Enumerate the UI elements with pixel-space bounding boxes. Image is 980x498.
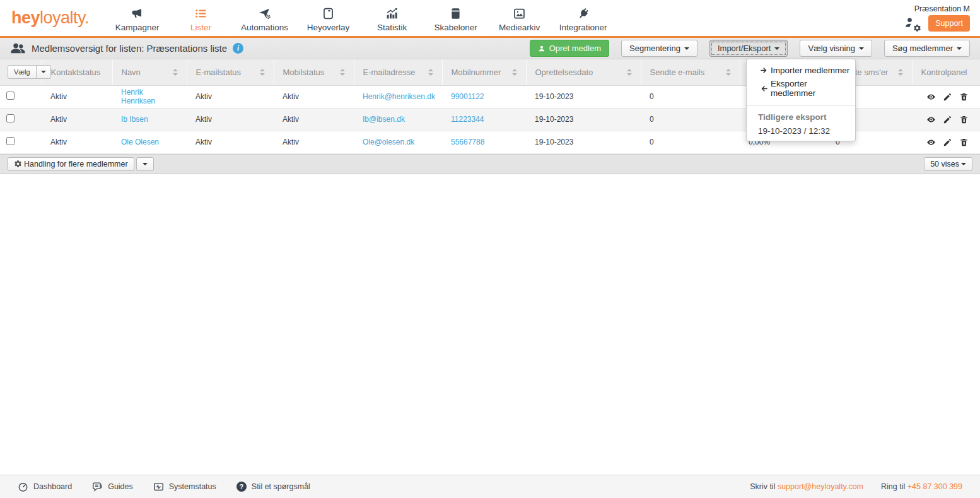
page-size-button[interactable]: 50 vises xyxy=(924,157,972,171)
bulk-action-caret-button[interactable] xyxy=(136,157,154,171)
support-phone-link[interactable]: +45 87 300 399 xyxy=(907,482,962,491)
footer-link-ask-question[interactable]: ? Stil et spørgsmål xyxy=(236,482,310,492)
column-header-mobilstatus[interactable]: Mobilstatus xyxy=(274,59,354,85)
sort-icons[interactable] xyxy=(726,69,731,76)
member-phone-link[interactable]: 99001122 xyxy=(451,92,484,101)
row-controls xyxy=(921,138,971,147)
member-name-link[interactable]: Henrik Henriksen xyxy=(121,88,155,105)
bulk-action-bar: Handling for flere medlemmer 50 vises xyxy=(0,154,980,174)
menu-item-export[interactable]: Eksporter medlemmer xyxy=(747,77,855,100)
bulk-action-button[interactable]: Handling for flere medlemmer xyxy=(8,157,134,171)
cell-sendte-emails: 0 xyxy=(641,108,740,131)
account-settings-icon[interactable] xyxy=(904,16,920,30)
column-header-kontaktstatus[interactable]: Kontaktstatus xyxy=(42,59,112,85)
import-export-button[interactable]: Import/Eksport xyxy=(709,40,788,57)
select-button[interactable]: Vælg xyxy=(8,65,37,79)
column-header-emailstatus[interactable]: E-mailstatus xyxy=(187,59,274,85)
footer-link-systemstatus[interactable]: Systemstatus xyxy=(153,482,216,492)
menu-item-previous-export[interactable]: 19-10-2023 / 12:32 xyxy=(747,123,855,137)
cell-oprettelsesdato: 19-10-2023 xyxy=(526,85,641,108)
member-email-link[interactable]: Henrik@henriksen.dk xyxy=(363,92,435,101)
sort-icons[interactable] xyxy=(898,69,903,76)
row-controls xyxy=(921,92,971,102)
sort-icons[interactable] xyxy=(627,69,632,76)
view-icon[interactable] xyxy=(926,138,936,147)
column-header-oprettelsesdato[interactable]: Oprettelsesdato xyxy=(526,59,641,85)
delete-icon[interactable] xyxy=(959,115,969,124)
column-header-navn[interactable]: Navn xyxy=(112,59,187,85)
member-email-link[interactable]: Ib@ibsen.dk xyxy=(363,115,405,124)
sort-icons[interactable] xyxy=(512,69,517,76)
delete-icon[interactable] xyxy=(959,138,969,147)
select-caret-button[interactable] xyxy=(36,65,51,79)
create-member-label: Opret medlem xyxy=(549,44,601,53)
topnav-right: Præsentation M Support xyxy=(904,4,970,32)
column-header-sendte-emails[interactable]: Sendte e-mails xyxy=(641,59,740,85)
statistics-icon xyxy=(385,7,399,20)
cell-kontaktstatus: Aktiv xyxy=(42,131,112,153)
support-email-link[interactable]: support@heyloyalty.com xyxy=(778,482,863,491)
arrow-right-icon xyxy=(760,66,768,74)
main-nav: Kampagner Lister Automations Heyoverlay … xyxy=(105,4,615,32)
chevron-down-icon xyxy=(859,47,864,50)
heyloyalty-logo[interactable]: heyloyalty. xyxy=(11,8,89,28)
column-header-emailadresse[interactable]: E-mailadresse xyxy=(354,59,442,85)
nav-item-skabeloner[interactable]: Skabeloner xyxy=(424,4,487,32)
row-controls xyxy=(921,115,971,124)
cell-emailstatus: Aktiv xyxy=(187,85,274,108)
row-checkbox[interactable] xyxy=(6,92,15,100)
list-icon xyxy=(194,7,207,20)
bulk-action-split-button: Handling for flere medlemmer xyxy=(8,157,154,171)
nav-item-automations[interactable]: Automations xyxy=(233,4,296,32)
create-member-button[interactable]: Opret medlem xyxy=(530,40,609,57)
import-export-menu: Importer medlemmer Eksporter medlemmer T… xyxy=(746,59,856,141)
cell-oprettelsesdato: 19-10-2023 xyxy=(526,108,641,131)
delete-icon[interactable] xyxy=(959,92,969,102)
view-icon[interactable] xyxy=(926,115,936,124)
sort-icons[interactable] xyxy=(173,69,178,76)
edit-icon[interactable] xyxy=(943,115,952,124)
guides-icon xyxy=(92,482,103,492)
sort-icons[interactable] xyxy=(428,69,433,76)
templates-icon xyxy=(449,7,462,20)
column-header-mobilnummer[interactable]: Mobilnummer xyxy=(442,59,526,85)
member-phone-link[interactable]: 11223344 xyxy=(451,115,484,124)
search-members-button[interactable]: Søg medlemmer xyxy=(884,40,970,57)
member-email-link[interactable]: Ole@olesen.dk xyxy=(363,138,414,146)
row-checkbox[interactable] xyxy=(6,114,15,122)
choose-view-button[interactable]: Vælg visning xyxy=(800,40,872,57)
select-column-header: Vælg xyxy=(0,59,42,85)
footer-link-dashboard[interactable]: Dashboard xyxy=(18,482,72,492)
footer-link-guides[interactable]: Guides xyxy=(92,482,133,492)
list-toolbar: Medlemsoversigt for listen: Præsentation… xyxy=(0,38,980,59)
nav-item-mediearkiv[interactable]: Mediearkiv xyxy=(487,4,551,32)
edit-icon[interactable] xyxy=(943,92,952,102)
edit-icon[interactable] xyxy=(943,138,952,147)
cell-kontaktstatus: Aktiv xyxy=(42,108,112,131)
logo-text-bold: hey xyxy=(11,8,40,27)
nav-label: Mediearkiv xyxy=(499,23,540,32)
logo-text-light: loyalty. xyxy=(40,8,89,27)
account-name: Præsentation M xyxy=(914,4,970,13)
member-name-link[interactable]: Ole Olesen xyxy=(121,138,159,146)
member-name-link[interactable]: Ib Ibsen xyxy=(121,115,148,124)
nav-item-integrationer[interactable]: Integrationer xyxy=(551,4,615,32)
sort-icons[interactable] xyxy=(340,69,345,76)
cell-sendte-emails: 0 xyxy=(641,85,740,108)
sort-icons[interactable] xyxy=(260,69,265,76)
info-icon[interactable]: i xyxy=(233,43,243,54)
toolbar-actions: Opret medlem Segmentering Import/Eksport… xyxy=(530,40,970,57)
support-button[interactable]: Support xyxy=(928,15,970,32)
view-icon[interactable] xyxy=(926,92,936,102)
nav-item-statistik[interactable]: Statistik xyxy=(360,4,424,32)
menu-item-import[interactable]: Importer medlemmer xyxy=(747,64,855,77)
cell-mobilstatus: Aktiv xyxy=(274,108,354,131)
nav-item-heyoverlay[interactable]: Heyoverlay xyxy=(296,4,360,32)
row-checkbox[interactable] xyxy=(6,137,15,145)
automation-icon xyxy=(258,7,271,20)
nav-item-lister[interactable]: Lister xyxy=(169,4,233,32)
footer: Dashboard Guides Systemstatus ? Stil et … xyxy=(0,475,980,498)
member-phone-link[interactable]: 55667788 xyxy=(451,138,484,146)
nav-item-kampagner[interactable]: Kampagner xyxy=(105,4,169,32)
segmentation-button[interactable]: Segmentering xyxy=(621,40,697,57)
